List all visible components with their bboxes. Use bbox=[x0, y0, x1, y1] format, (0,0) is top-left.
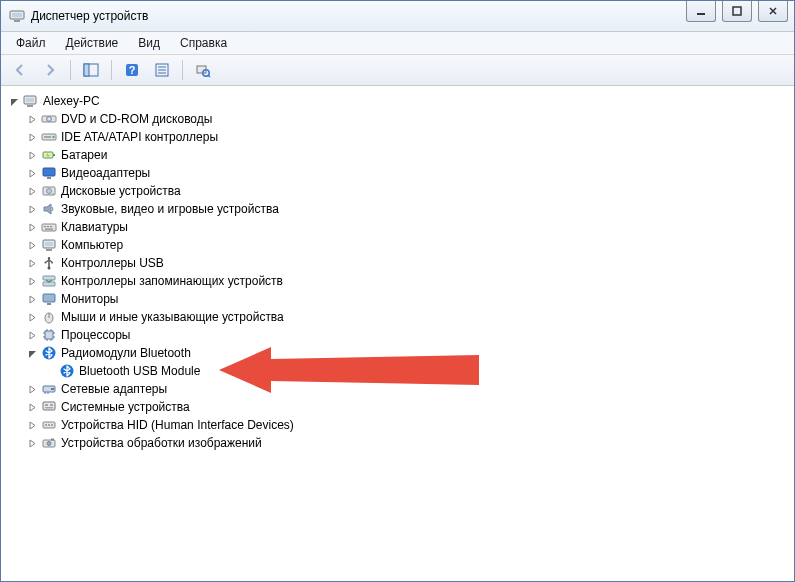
device-tree-panel[interactable]: Alexey-PCDVD и CD-ROM дисководыIDE ATA/A… bbox=[1, 86, 794, 581]
close-button[interactable] bbox=[758, 1, 788, 22]
svg-point-73 bbox=[47, 442, 51, 446]
svg-point-24 bbox=[52, 136, 55, 139]
disk-drive-icon bbox=[41, 183, 57, 199]
expand-icon[interactable] bbox=[27, 294, 38, 305]
svg-point-21 bbox=[48, 118, 50, 120]
svg-rect-70 bbox=[48, 424, 50, 426]
forward-button[interactable] bbox=[37, 57, 63, 83]
tree-node[interactable]: Устройства HID (Human Interface Devices) bbox=[27, 416, 794, 434]
tree-node[interactable]: Устройства обработки изображений bbox=[27, 434, 794, 452]
system-device-icon bbox=[41, 399, 57, 415]
bluetooth-icon bbox=[59, 363, 75, 379]
svg-rect-39 bbox=[46, 249, 52, 251]
back-button[interactable] bbox=[7, 57, 33, 83]
svg-rect-4 bbox=[733, 7, 741, 15]
toolbar: ? bbox=[1, 55, 794, 86]
menu-view[interactable]: Вид bbox=[129, 33, 169, 53]
toolbar-separator bbox=[111, 60, 112, 80]
usb-controller-icon bbox=[41, 255, 57, 271]
tree-node-label: Мыши и иные указывающие устройства bbox=[61, 310, 284, 324]
expand-icon[interactable] bbox=[27, 240, 38, 251]
menu-action[interactable]: Действие bbox=[57, 33, 128, 53]
expand-icon[interactable] bbox=[27, 312, 38, 323]
svg-rect-26 bbox=[53, 154, 55, 156]
tree-node[interactable]: Процессоры bbox=[27, 326, 794, 344]
svg-rect-45 bbox=[43, 294, 55, 302]
arrow-right-icon bbox=[42, 62, 58, 78]
expand-icon[interactable] bbox=[27, 132, 38, 143]
expand-icon[interactable] bbox=[27, 420, 38, 431]
app-icon bbox=[9, 8, 25, 24]
menubar: Файл Действие Вид Справка bbox=[1, 32, 794, 55]
expand-icon[interactable] bbox=[27, 258, 38, 269]
tree-node[interactable]: Батареи bbox=[27, 146, 794, 164]
tree-leaf-node[interactable]: Bluetooth USB Module bbox=[45, 362, 794, 380]
expand-icon[interactable] bbox=[27, 330, 38, 341]
device-tree: Alexey-PCDVD и CD-ROM дисководыIDE ATA/A… bbox=[5, 92, 794, 452]
tree-node[interactable]: Контроллеры запоминающих устройств bbox=[27, 272, 794, 290]
svg-rect-36 bbox=[45, 229, 53, 230]
svg-rect-23 bbox=[44, 136, 51, 138]
tree-node[interactable]: Мыши и иные указывающие устройства bbox=[27, 308, 794, 326]
expand-icon[interactable] bbox=[27, 150, 38, 161]
tree-root-node[interactable]: Alexey-PC bbox=[9, 92, 794, 110]
panel-icon bbox=[83, 62, 99, 78]
tree-node[interactable]: Клавиатуры bbox=[27, 218, 794, 236]
device-manager-window: Диспетчер устройств Файл Действие Вид Сп… bbox=[0, 0, 795, 582]
tree-node[interactable]: Звуковые, видео и игровые устройства bbox=[27, 200, 794, 218]
processor-icon bbox=[41, 327, 57, 343]
tree-node[interactable]: Мониторы bbox=[27, 290, 794, 308]
show-hide-console-tree-button[interactable] bbox=[78, 57, 104, 83]
svg-rect-64 bbox=[43, 402, 55, 410]
keyboard-icon bbox=[41, 219, 57, 235]
svg-rect-3 bbox=[697, 13, 705, 15]
imaging-device-icon bbox=[41, 435, 57, 451]
tree-node[interactable]: Видеоадаптеры bbox=[27, 164, 794, 182]
tree-node-label: Мониторы bbox=[61, 292, 118, 306]
svg-rect-66 bbox=[50, 404, 53, 406]
svg-rect-71 bbox=[51, 424, 53, 426]
svg-rect-33 bbox=[44, 226, 46, 227]
expand-icon[interactable] bbox=[27, 186, 38, 197]
help-button[interactable]: ? bbox=[119, 57, 145, 83]
collapse-icon[interactable] bbox=[27, 348, 38, 359]
scan-hardware-button[interactable] bbox=[190, 57, 216, 83]
expand-icon[interactable] bbox=[27, 402, 38, 413]
expand-icon[interactable] bbox=[27, 438, 38, 449]
tree-node-label: Устройства HID (Human Interface Devices) bbox=[61, 418, 294, 432]
menu-help[interactable]: Справка bbox=[171, 33, 236, 53]
expand-icon[interactable] bbox=[27, 168, 38, 179]
svg-text:?: ? bbox=[129, 64, 136, 76]
collapse-icon[interactable] bbox=[9, 96, 20, 107]
toolbar-separator bbox=[182, 60, 183, 80]
svg-rect-65 bbox=[45, 404, 48, 406]
tree-node-label: Сетевые адаптеры bbox=[61, 382, 167, 396]
expand-icon[interactable] bbox=[27, 114, 38, 125]
expand-icon[interactable] bbox=[27, 204, 38, 215]
maximize-button[interactable] bbox=[722, 1, 752, 22]
expand-icon[interactable] bbox=[27, 384, 38, 395]
expand-icon[interactable] bbox=[27, 222, 38, 233]
titlebar: Диспетчер устройств bbox=[1, 1, 794, 32]
mouse-icon bbox=[41, 309, 57, 325]
svg-rect-74 bbox=[51, 439, 54, 441]
tree-node-label: Системные устройства bbox=[61, 400, 190, 414]
tree-node[interactable]: IDE ATA/ATAPI контроллеры bbox=[27, 128, 794, 146]
tree-node[interactable]: Сетевые адаптеры bbox=[27, 380, 794, 398]
tree-node[interactable]: Контроллеры USB bbox=[27, 254, 794, 272]
computer-root-icon bbox=[23, 93, 39, 109]
svg-rect-32 bbox=[42, 224, 56, 231]
battery-icon bbox=[41, 147, 57, 163]
menu-file[interactable]: Файл bbox=[7, 33, 55, 53]
tree-node[interactable]: Дисковые устройства bbox=[27, 182, 794, 200]
minimize-button[interactable] bbox=[686, 1, 716, 22]
tree-node[interactable]: Системные устройства bbox=[27, 398, 794, 416]
tree-node[interactable]: Радиомодули Bluetooth bbox=[27, 344, 794, 362]
properties-button[interactable] bbox=[149, 57, 175, 83]
tree-node[interactable]: DVD и CD-ROM дисководы bbox=[27, 110, 794, 128]
svg-point-41 bbox=[45, 262, 47, 264]
computer-icon bbox=[41, 237, 57, 253]
expand-icon[interactable] bbox=[27, 276, 38, 287]
tree-node-label: Контроллеры USB bbox=[61, 256, 164, 270]
tree-node[interactable]: Компьютер bbox=[27, 236, 794, 254]
